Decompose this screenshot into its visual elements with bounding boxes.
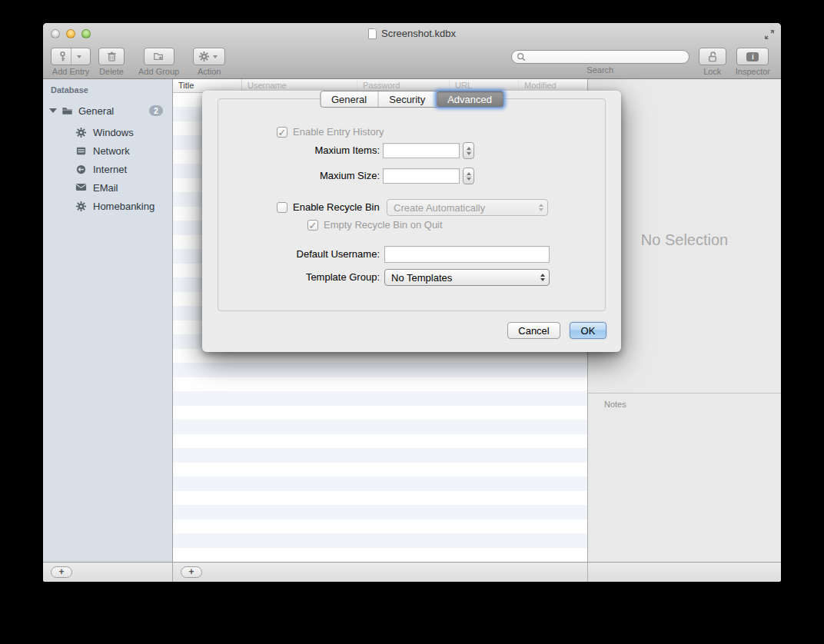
- cancel-button[interactable]: Cancel: [507, 322, 560, 339]
- inspector-label: Inspector: [736, 67, 770, 76]
- trash-icon: [106, 51, 118, 62]
- window-title-area: Screenshot.kdbx: [43, 28, 781, 39]
- button-divider: [71, 48, 71, 65]
- stepper-down-icon: [467, 178, 471, 181]
- popup-value: No Templates: [391, 272, 452, 284]
- toolbar-item-add-entry: Add Entry: [51, 48, 91, 76]
- enable-recycle-bin-checkbox[interactable]: [277, 202, 287, 213]
- sidebar-item-label: EMail: [93, 182, 118, 194]
- ok-button[interactable]: OK: [570, 322, 606, 339]
- toolbar-item-lock: Lock: [699, 48, 726, 76]
- search-label: Search: [586, 65, 613, 75]
- server-icon: [75, 145, 87, 157]
- empty-recycle-bin-checkbox[interactable]: ✓: [307, 220, 318, 231]
- info-icon: i: [746, 52, 759, 61]
- stepper-down-icon: [467, 152, 471, 155]
- action-label: Action: [198, 67, 221, 76]
- toolbar-right-group: Search Lock i Inspe: [511, 48, 770, 76]
- sidebar-item-windows[interactable]: Windows: [43, 123, 172, 141]
- toolbar: Add Entry Delete: [43, 45, 781, 79]
- titlebar[interactable]: Screenshot.kdbx: [43, 23, 781, 45]
- stepper-up-icon: [467, 172, 471, 175]
- sidebar-item-network[interactable]: Network: [43, 141, 172, 160]
- inspector-button[interactable]: i: [736, 48, 769, 65]
- add-group-button[interactable]: [144, 48, 174, 65]
- sidebar-item-label: Windows: [93, 127, 134, 138]
- sidebar-item-label: Homebanking: [93, 201, 154, 212]
- sidebar-section-header: Database: [51, 85, 88, 95]
- database-settings-dialog: General Security Advanced ✓ Enable Entry…: [202, 91, 621, 352]
- tab-security[interactable]: Security: [378, 91, 437, 107]
- gear-icon: [75, 127, 87, 138]
- toolbar-item-delete: Delete: [98, 48, 125, 76]
- sidebar-item-label: Internet: [93, 164, 127, 175]
- padlock-open-icon: [706, 51, 718, 62]
- sidebar-item-email[interactable]: EMail: [43, 178, 172, 197]
- folder-plus-icon: [153, 51, 164, 62]
- sidebar-item-label: Network: [93, 145, 130, 157]
- add-group-plus-button[interactable]: +: [51, 566, 72, 578]
- enable-entry-history-checkbox[interactable]: ✓: [277, 127, 287, 138]
- document-icon: [368, 28, 377, 39]
- max-size-stepper[interactable]: [463, 168, 474, 184]
- bottom-bar: + +: [43, 562, 781, 582]
- toolbar-item-add-group: Add Group: [138, 48, 179, 76]
- app-window: Screenshot.kdbx: [43, 23, 781, 582]
- desktop: Screenshot.kdbx: [0, 0, 824, 644]
- checkmark-icon: ✓: [278, 128, 287, 138]
- max-size-label: Maxium Size:: [202, 168, 380, 184]
- add-entry-label: Add Entry: [52, 67, 89, 76]
- lock-button[interactable]: [699, 48, 726, 65]
- delete-label: Delete: [99, 67, 124, 76]
- notes-label: Notes: [604, 400, 626, 409]
- envelope-icon: [75, 182, 87, 194]
- add-entry-plus-button[interactable]: +: [181, 566, 202, 578]
- settings-tab-bar: General Security Advanced: [320, 91, 503, 108]
- stepper-up-icon: [467, 147, 471, 150]
- toolbar-item-inspector: i Inspector: [736, 48, 770, 76]
- empty-recycle-bin-label: Empty Recycle Bin on Quit: [324, 219, 443, 231]
- search-input[interactable]: [511, 50, 689, 64]
- key-icon: [57, 51, 68, 62]
- gear-icon: [198, 51, 210, 62]
- default-username-label: Default Username:: [202, 247, 380, 262]
- tab-general[interactable]: General: [321, 91, 378, 107]
- toolbar-item-action: Action: [193, 48, 225, 76]
- sidebar-item-label: General: [78, 105, 114, 117]
- action-button[interactable]: [193, 48, 225, 65]
- max-items-stepper[interactable]: [463, 142, 474, 159]
- checkmark-icon: ✓: [309, 221, 317, 231]
- delete-button[interactable]: [98, 48, 125, 65]
- chevron-down-icon: [77, 55, 81, 58]
- disclosure-triangle-icon[interactable]: [49, 108, 57, 113]
- chevron-down-icon: [213, 55, 218, 58]
- max-size-input[interactable]: [383, 168, 460, 184]
- default-username-input[interactable]: [384, 246, 550, 263]
- enable-recycle-bin-label: Enable Recycle Bin: [293, 201, 380, 214]
- bottom-bar-sidebar-section: +: [43, 563, 173, 582]
- recycle-bin-mode-popup[interactable]: Create Automatically: [387, 199, 548, 216]
- template-group-label: Template Group:: [202, 270, 380, 285]
- tab-advanced[interactable]: Advanced: [437, 91, 503, 107]
- notes-divider: [588, 393, 781, 393]
- globe-arrow-icon: [75, 164, 87, 175]
- search-icon: [517, 52, 526, 61]
- max-items-label: Maxium Items:: [202, 143, 380, 158]
- fullscreen-arrows-icon[interactable]: [764, 29, 775, 40]
- template-group-popup[interactable]: No Templates: [384, 269, 550, 286]
- max-items-input[interactable]: [383, 143, 460, 158]
- folder-icon: [61, 105, 73, 117]
- sidebar-item-homebanking[interactable]: Homebanking: [43, 197, 172, 215]
- bottom-bar-right-section: [588, 563, 781, 582]
- bottom-bar-table-section: +: [173, 563, 588, 582]
- popup-arrows-icon: [540, 270, 545, 285]
- toolbar-left-group: Add Entry Delete: [51, 48, 225, 76]
- sidebar: Database General 2 Windows: [43, 79, 173, 562]
- lock-label: Lock: [703, 67, 721, 76]
- sidebar-item-general[interactable]: General 2: [43, 102, 172, 119]
- sidebar-item-internet[interactable]: Internet: [43, 160, 172, 178]
- add-entry-button[interactable]: [51, 48, 91, 65]
- enable-entry-history-label: Enable Entry History: [293, 126, 384, 138]
- popup-value: Create Automatically: [394, 202, 485, 214]
- window-header: Screenshot.kdbx: [43, 23, 781, 79]
